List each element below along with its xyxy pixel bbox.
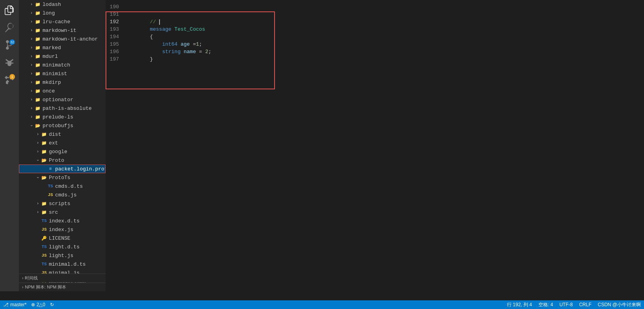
code-token: ; [208, 49, 212, 55]
line-ending-status[interactable]: CRLF [579, 302, 591, 307]
folder-icon: 📁 [35, 27, 41, 33]
folder-optionator[interactable]: › 📁 optionator [19, 95, 106, 104]
folder-lru-cache[interactable]: › 📁 lru-cache [19, 17, 106, 26]
debug-icon[interactable] [2, 55, 17, 69]
arrow-icon: › [35, 148, 41, 155]
arrow-icon: › [28, 19, 35, 25]
folder-mdurl[interactable]: › 📁 mdurl [19, 52, 106, 61]
folder-proto[interactable]: › 📂 Proto [19, 156, 106, 165]
js-file-icon: JS [47, 192, 54, 198]
git-changes-status[interactable]: ⊗ 2△0 [31, 302, 45, 307]
folder-icon: 📁 [35, 19, 41, 25]
folder-once[interactable]: › 📁 once [19, 87, 106, 95]
code-token: 2 [205, 49, 208, 55]
status-bar-right: 行 192, 列 4 空格: 4 UTF-8 CRLF CSDN @小牛讨来啊 [507, 302, 641, 308]
folder-icon: 📁 [41, 131, 47, 137]
source-control-icon[interactable]: 32 [2, 38, 17, 52]
line-number: 193 [106, 26, 125, 32]
folder-protots[interactable]: › 📂 ProtoTs [19, 173, 106, 182]
arrow-icon: › [28, 79, 35, 85]
folder-path-is-absolute[interactable]: › 📁 path-is-absolute [19, 104, 106, 113]
code-editor: 190 191 192 // 193 message Test_Cocos 19… [106, 0, 644, 66]
file-cmds-d-ts[interactable]: › TS cmds.d.ts [19, 182, 106, 191]
file-minimal-d-ts[interactable]: › TS minimal.d.ts [19, 260, 106, 268]
arrow-expanded-icon: › [35, 157, 41, 163]
status-bar-left: ⎇ master* ⊗ 2△0 ↻ [3, 302, 54, 307]
git-branch-status[interactable]: ⎇ master* [3, 302, 26, 307]
file-index-js[interactable]: › JS index.js [19, 225, 106, 234]
sync-button[interactable]: ↻ [50, 302, 54, 307]
git-branch-icon: ⎇ [3, 302, 9, 307]
encoding-status[interactable]: UTF-8 [559, 302, 573, 307]
arrow-icon: › [28, 96, 35, 103]
arrow-icon: › [28, 1, 35, 7]
folder-icon: 📁 [35, 88, 41, 94]
folder-markdown-it-anchor[interactable]: › 📁 markdown-it-anchor [19, 35, 106, 43]
npm-arrow-icon: › [22, 285, 23, 289]
file-cmds-js[interactable]: › JS cmds.js [19, 191, 106, 199]
file-light-js[interactable]: › JS light.js [19, 251, 106, 260]
files-icon[interactable] [2, 3, 17, 17]
line-number: 196 [106, 49, 125, 55]
cursor-position-label: 行 192, 列 4 [507, 302, 532, 308]
folder-icon: 📁 [41, 140, 47, 146]
code-line-193: 193 message Test_Cocos [106, 26, 644, 33]
folder-scripts[interactable]: › 📁 scripts [19, 199, 106, 208]
code-token: message [150, 26, 174, 32]
folder-icon: 📁 [35, 1, 41, 7]
code-token: string [162, 49, 181, 55]
search-icon[interactable] [2, 20, 17, 35]
file-light-d-ts[interactable]: › TS light.d.ts [19, 242, 106, 251]
folder-icon: 📁 [35, 44, 41, 51]
folder-icon: 📁 [35, 10, 41, 16]
watermark-label: CSDN @小牛讨来啊 [598, 302, 641, 308]
arrow-icon: › [35, 131, 41, 137]
file-license[interactable]: › 🔑 LICENSE [19, 234, 106, 242]
folder-prelude-ls[interactable]: › 📁 prelude-ls [19, 113, 106, 121]
folder-long[interactable]: › 📁 long [19, 9, 106, 17]
folder-icon: 📁 [35, 96, 41, 103]
folder-icon: 📁 [41, 148, 47, 155]
indent-status[interactable]: 空格: 4 [538, 302, 553, 308]
folder-icon: 📁 [35, 79, 41, 85]
indent-label: 空格: 4 [538, 302, 553, 308]
line-number: 190 [106, 4, 125, 10]
folder-marked[interactable]: › 📁 marked [19, 43, 106, 52]
arrow-icon: › [28, 10, 35, 16]
folder-dist[interactable]: › 📁 dist [19, 130, 106, 139]
arrow-icon: › [28, 27, 35, 33]
git-changes-label: ⊗ 2△0 [31, 302, 45, 307]
file-index-d-ts[interactable]: › TS index.d.ts [19, 216, 106, 225]
proto-file-icon: ≡ [47, 166, 54, 172]
encoding-label: UTF-8 [559, 302, 573, 307]
cursor-position-status[interactable]: 行 192, 列 4 [507, 302, 532, 308]
line-number: 194 [106, 34, 125, 40]
timeline-panel-header[interactable]: › 时间线 [19, 274, 106, 282]
folder-icon: 📁 [35, 36, 41, 42]
code-line-196: 196 string name = 2; [106, 48, 644, 56]
editor-area[interactable]: 190 191 192 // 193 message Test_Cocos 19… [106, 0, 644, 291]
js-file-icon: JS [41, 226, 47, 233]
arrow-icon: › [28, 44, 35, 51]
extensions-badge: 1 [9, 74, 15, 80]
folder-protobufjs[interactable]: › 📂 protobufjs [19, 121, 106, 130]
timeline-label: 时间线 [25, 275, 38, 281]
arrow-icon: › [28, 70, 35, 77]
extensions-icon[interactable]: 1 [2, 72, 17, 87]
folder-mkdirp[interactable]: › 📁 mkdirp [19, 78, 106, 87]
file-packet-login-proto[interactable]: › ≡ packet.login.proto [19, 165, 106, 173]
folder-src[interactable]: › 📁 src [19, 208, 106, 216]
npm-panel-header[interactable]: › NPM 脚本: NPM 脚本 [19, 283, 106, 291]
folder-minimist[interactable]: › 📁 minimist [19, 69, 106, 78]
folder-minimatch[interactable]: › 📁 minimatch [19, 61, 106, 69]
folder-lodash[interactable]: › 📁 lodash [19, 0, 106, 9]
folder-markdown-it[interactable]: › 📁 markdown-it [19, 26, 106, 35]
folder-google[interactable]: › 📁 google [19, 147, 106, 156]
line-number: 192 [106, 19, 125, 25]
arrow-icon: › [28, 62, 35, 68]
folder-open-icon: 📂 [41, 157, 47, 163]
ts-file-icon: TS [47, 183, 54, 189]
folder-ext[interactable]: › 📁 ext [19, 139, 106, 147]
sidebar: › 📁 lodash › 📁 long › 📁 lru-cache › 📁 ma… [19, 0, 106, 291]
folder-open-icon: 📂 [41, 174, 47, 181]
